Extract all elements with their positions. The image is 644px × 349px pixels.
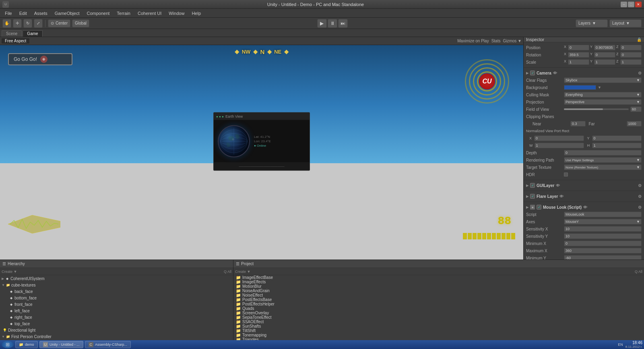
list-item[interactable]: 📁 TiltShift — [233, 328, 644, 333]
camera-section-header[interactable]: ▶ ✓ Camera 👁 ⚙ — [526, 69, 642, 77]
list-item[interactable]: 💡 Directional light — [0, 327, 233, 333]
flare-gear-icon[interactable]: ⚙ — [638, 194, 642, 199]
guilayer-gear-icon[interactable]: ⚙ — [638, 183, 642, 188]
mouselook-script-field[interactable]: MouseLook — [564, 212, 642, 217]
list-item[interactable]: 📁 Quads — [233, 306, 644, 311]
menu-file[interactable]: File — [2, 10, 15, 17]
menu-terrain[interactable]: Terrain — [114, 10, 134, 17]
rot-x-field[interactable]: 359.5 — [568, 52, 589, 58]
vp-x-field[interactable]: 0 — [534, 135, 584, 141]
camera-eye-icon[interactable]: 👁 — [553, 71, 557, 75]
tab-scene[interactable]: Scene — [2, 30, 22, 37]
menu-help[interactable]: Help — [188, 10, 204, 17]
hierarchy-create[interactable]: Create ▼ — [2, 270, 17, 274]
start-button[interactable]: ⊞ — [2, 341, 14, 348]
depth-field[interactable]: 0 — [564, 150, 642, 156]
list-item[interactable]: ▼ 📁 First Person Controller — [0, 333, 233, 340]
menu-coherentui[interactable]: Coherent UI — [134, 10, 165, 17]
culling-mask-field[interactable]: Everything ▼ — [564, 92, 642, 98]
sens-y-field[interactable]: 10 — [564, 233, 642, 239]
camera-gear-icon[interactable]: ⚙ — [638, 71, 642, 75]
list-item[interactable]: ▼ 📁 cube-textures — [0, 282, 233, 288]
mouse-look-header[interactable]: ▶ ■ ✓ Mouse Look (Script) 👁 ⚙ — [526, 204, 642, 211]
list-item[interactable]: 📁 ImageEffects — [233, 280, 644, 284]
scale-tool-button[interactable]: ⤢ — [34, 19, 43, 28]
list-item[interactable]: 📁 PostEffectsHelper — [233, 302, 644, 306]
go-button[interactable]: Go Go Go! ⊕ — [8, 53, 72, 65]
flare-enabled[interactable]: ✓ — [530, 194, 535, 199]
mouse-enabled[interactable]: ✓ — [537, 205, 541, 210]
list-item[interactable]: 📁 NoiseEffect — [233, 293, 644, 297]
axes-field[interactable]: MouseY ▼ — [564, 219, 642, 224]
scale-x-field[interactable]: 1 — [568, 59, 589, 65]
fov-value[interactable]: 60 — [630, 106, 642, 112]
hierarchy-search[interactable]: Q All — [224, 270, 231, 274]
min-y-field[interactable]: -60 — [564, 255, 642, 260]
flare-eye-icon[interactable]: 👁 — [559, 194, 564, 199]
guilayer-enabled[interactable]: ✓ — [530, 183, 535, 188]
list-item[interactable]: 📁 MotionBlur — [233, 284, 644, 289]
center-global-dropdown[interactable]: ⊙ Center — [48, 19, 70, 27]
guilayer-eye-icon[interactable]: 👁 — [556, 183, 560, 188]
tab-game[interactable]: Game — [23, 30, 42, 37]
layers-dropdown[interactable]: Layers ▼ — [576, 19, 608, 27]
list-item[interactable]: ◆ left_face — [0, 307, 233, 314]
list-item[interactable]: 📁 SSAOEffect — [233, 320, 644, 324]
vp-h-field[interactable]: 1 — [592, 143, 642, 148]
list-item[interactable]: ◆ right_face — [0, 314, 233, 320]
flare-layer-header[interactable]: ▶ ✓ Flare Layer 👁 ⚙ — [526, 193, 642, 200]
list-item[interactable]: 📁 SepiaToneEffect — [233, 315, 644, 320]
camera-enabled-checkbox[interactable]: ✓ — [530, 71, 535, 75]
scale-y-field[interactable]: 1 — [594, 59, 615, 65]
list-item[interactable]: 📁 Tonemapping — [233, 333, 644, 337]
target-texture-field[interactable]: None (Render Texture) ▼ — [564, 164, 642, 170]
rot-y-field[interactable]: 0 — [594, 52, 615, 58]
list-item[interactable]: 📁 SunShafts — [233, 324, 644, 328]
list-item[interactable]: 📁 NoiseAndGrain — [233, 289, 644, 293]
rendering-path-field[interactable]: Use Player Settings ▼ — [564, 157, 642, 163]
project-create[interactable]: Create ▼ — [235, 270, 250, 274]
near-field[interactable]: 0.3 — [570, 121, 586, 127]
stats-label[interactable]: Stats — [491, 39, 501, 43]
list-item[interactable]: ◆ top_face — [0, 320, 233, 327]
menu-edit[interactable]: Edit — [16, 10, 30, 17]
maximize-on-play[interactable]: Maximize on Play — [457, 39, 489, 43]
close-button[interactable]: ✕ — [635, 2, 642, 7]
clear-flags-field[interactable]: Skybox ▼ — [564, 77, 642, 83]
menu-gameobject[interactable]: GameObject — [52, 10, 83, 17]
project-search[interactable]: Q All — [635, 270, 642, 274]
far-field[interactable]: 1000 — [627, 121, 642, 127]
rotate-tool-button[interactable]: ↻ — [23, 19, 32, 28]
inspector-lock-icon[interactable]: 🔒 — [637, 37, 642, 42]
hdr-checkbox[interactable] — [564, 172, 568, 177]
play-button[interactable]: ▶ — [317, 19, 327, 28]
guilayer-header[interactable]: ▶ ✓ GUILayer 👁 ⚙ — [526, 182, 642, 189]
min-x-field[interactable]: 0 — [564, 241, 642, 246]
minimize-button[interactable]: – — [621, 2, 627, 7]
taskbar-app-assembly[interactable]: C Assembly-CSharp... — [85, 341, 131, 348]
pause-button[interactable]: ⏸ — [328, 19, 337, 28]
layout-dropdown[interactable]: Layout ▼ — [609, 19, 642, 27]
pos-y-field[interactable]: 0.9070835 — [594, 45, 615, 50]
pos-z-field[interactable]: 0 — [620, 45, 642, 50]
list-item[interactable]: 📁 ImageEffectBase — [233, 275, 644, 280]
list-item[interactable]: ◆ bottom_face — [0, 295, 233, 301]
mouse-gear-icon[interactable]: ⚙ — [638, 205, 642, 210]
list-item[interactable]: 📁 PostEffectsBase — [233, 297, 644, 302]
menu-assets[interactable]: Assets — [31, 10, 51, 17]
max-x-field[interactable]: 360 — [564, 248, 642, 253]
list-item[interactable]: ◆ front_face — [0, 301, 233, 307]
maximize-button[interactable]: □ — [628, 2, 634, 7]
vp-y-field[interactable]: 0 — [592, 135, 642, 141]
taskbar-app-unity[interactable]: U Unity - Untitled - ... — [39, 341, 83, 348]
taskbar-app-demo[interactable]: 📁 demo — [15, 341, 38, 348]
step-button[interactable]: ⏭ — [338, 19, 348, 28]
list-item[interactable]: ▶ ◆ CoherentUISystem — [0, 275, 233, 282]
menu-component[interactable]: Component — [83, 10, 113, 17]
rot-z-field[interactable]: 0 — [620, 52, 642, 58]
fov-slider[interactable] — [564, 108, 629, 110]
mouse-eye-icon[interactable]: 👁 — [583, 205, 587, 210]
list-item[interactable]: 📁 ScreenOverlay — [233, 311, 644, 315]
move-tool-button[interactable]: ✛ — [13, 19, 22, 28]
projection-field[interactable]: Perspective ▼ — [564, 99, 642, 105]
